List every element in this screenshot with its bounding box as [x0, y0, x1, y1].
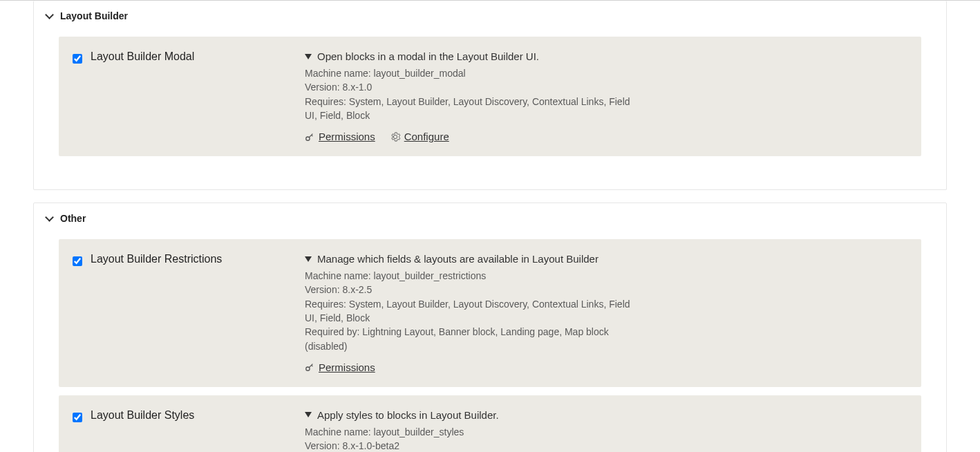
module-description-toggle[interactable]: Open blocks in a modal in the Layout Bui…: [305, 50, 907, 62]
chevron-down-icon: [46, 215, 53, 222]
section-layout-builder: Layout Builder Layout Builder Modal Open…: [33, 1, 947, 190]
module-checkbox-wrap: [67, 253, 91, 268]
module-description: Manage which fields & layouts are availa…: [317, 253, 599, 265]
module-name: Layout Builder Styles: [91, 409, 305, 422]
module-description-toggle[interactable]: Apply styles to blocks in Layout Builder…: [305, 409, 907, 421]
section-header-layout-builder[interactable]: Layout Builder: [34, 1, 946, 37]
module-details: Apply styles to blocks in Layout Builder…: [305, 409, 907, 452]
module-description: Open blocks in a modal in the Layout Bui…: [317, 50, 539, 62]
section-other: Other Layout Builder Restrictions Manage…: [33, 203, 947, 452]
module-card-layout-builder-styles: Layout Builder Styles Apply styles to bl…: [59, 395, 921, 452]
module-enable-checkbox[interactable]: [73, 256, 82, 266]
key-icon: [305, 132, 314, 142]
module-name: Layout Builder Restrictions: [91, 253, 305, 265]
module-required-by: Required by: Lightning Layout, Banner bl…: [305, 325, 637, 353]
triangle-down-icon: [305, 54, 312, 59]
module-details: Open blocks in a modal in the Layout Bui…: [305, 50, 907, 142]
gear-icon: [390, 132, 400, 142]
module-card-layout-builder-modal: Layout Builder Modal Open blocks in a mo…: [59, 37, 921, 156]
section-title: Layout Builder: [60, 10, 128, 21]
module-version: Version: 8.x-1.0: [305, 80, 637, 94]
module-checkbox-wrap: [67, 50, 91, 66]
permissions-link-wrap: Permissions: [305, 361, 375, 373]
configure-link-wrap: Configure: [390, 131, 449, 142]
module-requires: Requires: System, Layout Builder, Layout…: [305, 297, 637, 326]
module-details: Manage which fields & layouts are availa…: [305, 253, 907, 373]
permissions-link[interactable]: Permissions: [319, 361, 375, 373]
permissions-link[interactable]: Permissions: [319, 131, 375, 142]
module-enable-checkbox[interactable]: [73, 413, 82, 422]
module-version: Version: 8.x-2.5: [305, 283, 637, 296]
chevron-down-icon: [46, 12, 53, 19]
module-links: Permissions Configure: [305, 131, 907, 142]
key-icon: [305, 362, 314, 372]
module-name: Layout Builder Modal: [91, 50, 305, 63]
module-description: Apply styles to blocks in Layout Builder…: [317, 409, 499, 421]
module-card-layout-builder-restrictions: Layout Builder Restrictions Manage which…: [59, 239, 921, 387]
module-description-toggle[interactable]: Manage which fields & layouts are availa…: [305, 253, 907, 265]
module-enable-checkbox[interactable]: [73, 54, 82, 64]
triangle-down-icon: [305, 256, 312, 262]
module-machine-name: Machine name: layout_builder_styles: [305, 425, 637, 439]
module-checkbox-wrap: [67, 409, 91, 424]
permissions-link-wrap: Permissions: [305, 131, 375, 142]
module-machine-name: Machine name: layout_builder_restriction…: [305, 269, 637, 283]
module-version: Version: 8.x-1.0-beta2: [305, 439, 637, 452]
section-title: Other: [60, 213, 86, 224]
configure-link[interactable]: Configure: [404, 131, 449, 142]
module-machine-name: Machine name: layout_builder_modal: [305, 66, 637, 80]
section-header-other[interactable]: Other: [34, 203, 946, 239]
module-links: Permissions: [305, 361, 907, 373]
triangle-down-icon: [305, 412, 312, 417]
module-requires: Requires: System, Layout Builder, Layout…: [305, 95, 637, 123]
